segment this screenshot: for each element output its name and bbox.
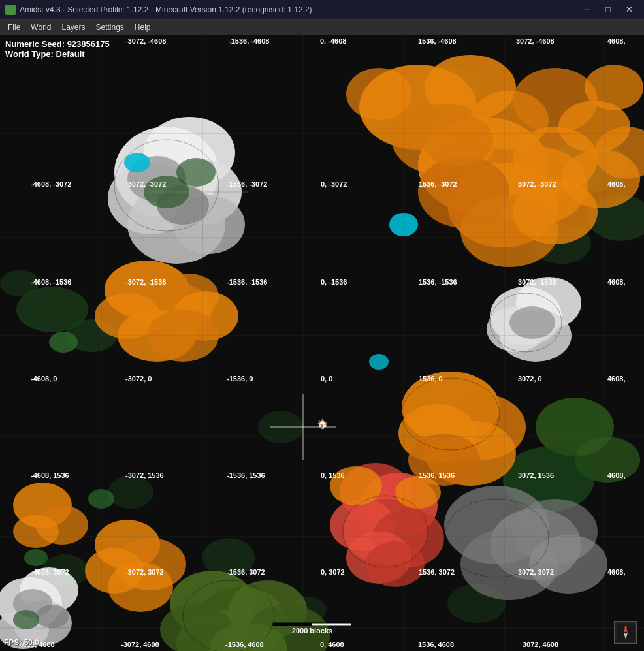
svg-text:-1536, 1536: -1536, 1536 — [227, 471, 265, 479]
titlebar-left: Amidst v4.3 - Selected Profile: 1.12.2 -… — [5, 5, 312, 15]
svg-text:-4608, -3072: -4608, -3072 — [31, 180, 71, 188]
svg-point-12 — [108, 476, 153, 509]
svg-text:1536, -1536: 1536, -1536 — [419, 278, 457, 286]
svg-text:-3072, 0: -3072, 0 — [125, 375, 152, 383]
svg-point-70 — [13, 515, 59, 548]
svg-text:-3072, 3072: -3072, 3072 — [125, 568, 164, 576]
svg-text:1536, 1536: 1536, 1536 — [419, 471, 455, 479]
svg-text:-1536, 0: -1536, 0 — [227, 375, 253, 383]
svg-point-102 — [369, 354, 389, 370]
svg-point-20 — [346, 68, 411, 120]
svg-point-65 — [366, 541, 425, 587]
svg-text:1536, -4608: 1536, -4608 — [418, 37, 457, 45]
svg-text:3072, -4608: 3072, -4608 — [516, 37, 555, 45]
svg-text:-4608, 4608: -4608, 4608 — [16, 641, 55, 648]
minimize-button[interactable]: ─ — [577, 3, 597, 17]
svg-point-24 — [585, 65, 643, 110]
svg-text:1536, -3072: 1536, -3072 — [419, 180, 457, 188]
svg-point-35 — [124, 153, 150, 172]
svg-text:-3072, 1536: -3072, 1536 — [125, 471, 164, 479]
svg-text:-3072, -4608: -3072, -4608 — [125, 37, 166, 45]
menu-file[interactable]: File — [3, 20, 25, 35]
svg-point-51 — [421, 114, 493, 166]
titlebar: Amidst v4.3 - Selected Profile: 1.12.2 -… — [0, 0, 644, 20]
titlebar-title: Amidst v4.3 - Selected Profile: 1.12.2 -… — [20, 5, 312, 14]
svg-text:4608,: 4608, — [607, 278, 626, 286]
menubar: File World Layers Settings Help — [0, 20, 644, 35]
svg-text:-1536, -4608: -1536, -4608 — [229, 37, 269, 45]
svg-point-98 — [529, 535, 607, 594]
svg-text:3072, 3072: 3072, 3072 — [518, 568, 554, 576]
svg-text:2000 blocks: 2000 blocks — [292, 627, 332, 635]
svg-text:4608,: 4608, — [607, 180, 626, 188]
svg-point-100 — [24, 549, 48, 566]
svg-text:1536, 3072: 1536, 3072 — [419, 568, 455, 576]
svg-text:3072, 4608: 3072, 4608 — [523, 641, 558, 648]
maximize-button[interactable]: □ — [598, 3, 618, 17]
svg-text:1536, 4608: 1536, 4608 — [418, 641, 454, 648]
svg-text:-1536, 3072: -1536, 3072 — [227, 568, 265, 576]
svg-text:3072, 1536: 3072, 1536 — [518, 471, 554, 479]
svg-rect-126 — [273, 623, 312, 626]
menu-settings[interactable]: Settings — [91, 20, 129, 35]
svg-text:0, 0: 0, 0 — [321, 375, 332, 383]
svg-text:4608,: 4608, — [607, 471, 626, 479]
app-icon — [5, 5, 16, 15]
svg-text:0, -1536: 0, -1536 — [321, 278, 347, 286]
svg-text:-4608, 0: -4608, 0 — [31, 375, 57, 383]
svg-text:-3072, -1536: -3072, -1536 — [125, 278, 166, 286]
svg-text:-1536, -3072: -1536, -3072 — [227, 180, 267, 188]
compass-icon: N — [614, 621, 637, 644]
svg-text:0, 3072: 0, 3072 — [321, 568, 345, 576]
svg-point-80 — [36, 605, 69, 628]
svg-text:🏠: 🏠 — [317, 419, 329, 430]
svg-text:4608,: 4608, — [607, 568, 626, 576]
svg-text:0, 4608: 0, 4608 — [320, 641, 344, 648]
svg-text:0, -4608: 0, -4608 — [320, 37, 346, 45]
svg-text:4608,: 4608, — [607, 37, 626, 45]
svg-text:N: N — [624, 626, 627, 629]
svg-text:3072, -3072: 3072, -3072 — [518, 180, 556, 188]
menu-world[interactable]: World — [25, 20, 56, 35]
svg-text:-1536, -1536: -1536, -1536 — [227, 278, 267, 286]
svg-text:1536, 0: 1536, 0 — [419, 375, 443, 383]
svg-text:-3072, 4608: -3072, 4608 — [121, 641, 159, 648]
menu-layers[interactable]: Layers — [56, 20, 90, 35]
svg-text:3072, -1536: 3072, -1536 — [518, 278, 556, 286]
svg-text:0, -3072: 0, -3072 — [321, 180, 347, 188]
svg-point-86 — [509, 306, 555, 339]
titlebar-controls: ─ □ ✕ — [577, 3, 639, 17]
svg-text:0, 1536: 0, 1536 — [321, 471, 345, 479]
svg-point-34 — [176, 158, 216, 187]
menu-help[interactable]: Help — [129, 20, 156, 35]
svg-point-99 — [49, 332, 78, 353]
svg-point-81 — [13, 610, 39, 629]
svg-text:-4608, -1536: -4608, -1536 — [31, 278, 71, 286]
svg-text:-3072, -3072: -3072, -3072 — [125, 180, 166, 188]
svg-point-67 — [395, 476, 441, 509]
svg-text:4608,: 4608, — [607, 375, 626, 383]
svg-text:-4608, 1536: -4608, 1536 — [31, 471, 69, 479]
svg-text:3072, 0: 3072, 0 — [518, 375, 542, 383]
svg-text:-1536, 4608: -1536, 4608 — [225, 641, 264, 648]
map-area[interactable]: Numeric Seed: 923856175 World Type: Defa… — [0, 35, 644, 651]
svg-text:-4608, 3072: -4608, 3072 — [31, 568, 69, 576]
close-button[interactable]: ✕ — [619, 3, 639, 17]
map-svg: 2000 blocks 🏠 -3072, -4608 -1536, -4608 … — [0, 35, 644, 651]
